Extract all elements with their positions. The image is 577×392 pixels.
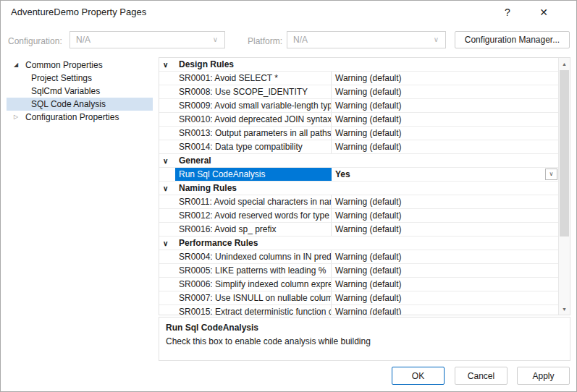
help-button[interactable]: ? [493, 1, 522, 24]
property-row[interactable]: SR0012: Avoid reserved words for type nW… [159, 209, 558, 223]
property-value-text: Warning (default) [335, 265, 402, 276]
property-name[interactable]: SR0004: Unindexed columns in IN predic [175, 250, 332, 263]
window-title: AdventureDemo Property Pages [11, 1, 146, 24]
configuration-value: N/A [76, 32, 90, 48]
property-name[interactable]: SR0014: Data type compatibility [175, 140, 332, 153]
property-value[interactable]: Warning (default) [332, 291, 558, 304]
property-name[interactable]: SR0015: Extract deterministic function c… [175, 305, 332, 315]
property-name[interactable]: SR0007: Use ISNULL on nullable column [175, 291, 332, 304]
property-row[interactable]: SR0008: Use SCOPE_IDENTITYWarning (defau… [159, 85, 558, 99]
property-row[interactable]: SR0009: Avoid small variable-length typW… [159, 99, 558, 113]
scrollbar-thumb[interactable] [560, 70, 569, 237]
property-row[interactable]: SR0007: Use ISNULL on nullable columnWar… [159, 291, 558, 305]
property-value-text: Warning (default) [335, 128, 402, 138]
property-name[interactable]: SR0001: Avoid SELECT * [175, 72, 332, 85]
property-row[interactable]: SR0004: Unindexed columns in IN predicWa… [159, 250, 558, 264]
property-row[interactable]: SR0005: LIKE patterns with leading %Warn… [159, 264, 558, 278]
property-row[interactable]: SR0006: Simplify indexed column expresWa… [159, 278, 558, 291]
property-value[interactable]: Warning (default) [332, 85, 558, 98]
property-value[interactable]: Warning (default) [332, 305, 558, 315]
configuration-manager-button[interactable]: Configuration Manager... [455, 31, 570, 48]
property-row[interactable]: SR0013: Output parameters in all pathsWa… [159, 127, 558, 140]
rule-group-header-performance-rules[interactable]: ∨Performance Rules [159, 237, 558, 250]
property-value[interactable]: Warning (default) [332, 195, 558, 208]
property-value[interactable]: Warning (default) [332, 223, 558, 236]
property-value[interactable]: Warning (default) [332, 140, 558, 153]
rule-group-header-naming-rules[interactable]: ∨Naming Rules [159, 182, 558, 195]
property-grid: ∨Design RulesSR0001: Avoid SELECT *Warni… [159, 58, 558, 315]
property-value-text: Warning (default) [335, 307, 402, 315]
property-name[interactable]: SR0008: Use SCOPE_IDENTITY [175, 85, 332, 98]
tree-item-sqlcmd-variables[interactable]: SqlCmd Variables [7, 85, 153, 98]
configuration-dropdown[interactable]: N/A ∨ [70, 31, 225, 48]
property-value[interactable]: Warning (default) [332, 72, 558, 85]
property-row[interactable]: SR0001: Avoid SELECT *Warning (default) [159, 72, 558, 85]
description-text: Check this box to enable code analysis w… [166, 336, 563, 346]
collapse-icon[interactable]: ◢ [14, 59, 25, 72]
property-value[interactable]: Warning (default) [332, 209, 558, 222]
chevron-down-icon: ∨ [549, 168, 554, 181]
property-value[interactable]: Warning (default) [332, 264, 558, 277]
property-value-text: Warning (default) [335, 293, 402, 303]
platform-dropdown[interactable]: N/A ∨ [287, 31, 446, 48]
property-row[interactable]: Run Sql CodeAnalysisYes∨ [159, 168, 558, 182]
property-value[interactable]: Warning (default) [332, 127, 558, 140]
help-icon: ? [505, 7, 510, 18]
property-value-text: Warning (default) [335, 101, 402, 111]
configuration-label: Configuration: [8, 33, 62, 49]
group-label: Performance Rules [175, 237, 258, 250]
property-name[interactable]: SR0005: LIKE patterns with leading % [175, 264, 332, 277]
apply-button[interactable]: Apply [517, 367, 570, 385]
expand-icon[interactable]: ▷ [14, 111, 25, 124]
group-label: General [175, 154, 211, 167]
property-value[interactable]: Warning (default) [332, 113, 558, 126]
grid-container: ∨Design RulesSR0001: Avoid SELECT *Warni… [159, 57, 570, 315]
tree-item-label: SQL Code Analysis [31, 98, 106, 111]
cancel-button[interactable]: Cancel [455, 367, 507, 385]
property-name[interactable]: SR0012: Avoid reserved words for type n [175, 209, 332, 222]
collapse-icon[interactable]: ∨ [163, 61, 168, 69]
tree-item-project-settings[interactable]: Project Settings [7, 72, 153, 85]
tree-panel: ◢Common PropertiesProject SettingsSqlCmd… [7, 59, 153, 124]
property-row[interactable]: SR0010: Avoid deprecated JOIN syntaxWarn… [159, 113, 558, 127]
property-name[interactable]: SR0013: Output parameters in all paths [175, 127, 332, 140]
property-name[interactable]: SR0011: Avoid special characters in nam [175, 195, 332, 208]
property-row[interactable]: SR0011: Avoid special characters in namW… [159, 195, 558, 209]
property-row[interactable]: SR0014: Data type compatibilityWarning (… [159, 140, 558, 154]
property-row[interactable]: SR0015: Extract deterministic function c… [159, 305, 558, 315]
ok-button[interactable]: OK [392, 367, 445, 385]
tree-item-sql-code-analysis[interactable]: SQL Code Analysis [7, 98, 153, 111]
property-name[interactable]: SR0009: Avoid small variable-length typ [175, 99, 332, 112]
configuration-bar: Configuration: N/A ∨ Platform: N/A ∨ Con… [1, 30, 576, 50]
collapse-icon[interactable]: ∨ [163, 184, 168, 192]
scroll-down-icon[interactable]: ▼ [559, 303, 570, 315]
property-name[interactable]: SR0010: Avoid deprecated JOIN syntax [175, 113, 332, 126]
rule-group-header-design-rules[interactable]: ∨Design Rules [159, 58, 558, 72]
property-value[interactable]: Yes∨ [332, 168, 558, 181]
property-value-text: Warning (default) [335, 197, 402, 207]
description-panel: Run Sql CodeAnalysis Check this box to e… [159, 317, 570, 361]
property-name[interactable]: SR0006: Simplify indexed column expres [175, 278, 332, 291]
tree-item-common-properties[interactable]: ◢Common Properties [7, 59, 153, 72]
group-label: Design Rules [175, 58, 234, 71]
scroll-up-icon[interactable]: ▲ [559, 58, 570, 69]
property-name[interactable]: Run Sql CodeAnalysis [175, 168, 332, 181]
tree-item-configuration-properties[interactable]: ▷Configuration Properties [7, 111, 153, 124]
titlebar: AdventureDemo Property Pages ? ✕ [1, 1, 576, 24]
property-value[interactable]: Warning (default) [332, 250, 558, 263]
collapse-icon[interactable]: ∨ [163, 239, 168, 247]
property-name[interactable]: SR0016: Avoid sp_ prefix [175, 223, 332, 236]
collapse-icon[interactable]: ∨ [163, 157, 168, 165]
close-button[interactable]: ✕ [529, 1, 558, 24]
rule-group-header-general[interactable]: ∨General [159, 154, 558, 168]
tree-item-label: Common Properties [25, 59, 103, 72]
property-value-text: Warning (default) [335, 210, 402, 221]
chevron-down-icon: ∨ [434, 32, 439, 48]
property-value[interactable]: Warning (default) [332, 99, 558, 112]
chevron-down-icon: ∨ [213, 32, 218, 48]
tree-item-label: SqlCmd Variables [31, 85, 100, 98]
grid-scrollbar[interactable]: ▲ ▼ [558, 58, 570, 315]
property-row[interactable]: SR0016: Avoid sp_ prefixWarning (default… [159, 223, 558, 237]
property-value[interactable]: Warning (default) [332, 278, 558, 291]
value-dropdown-button[interactable]: ∨ [545, 169, 557, 180]
